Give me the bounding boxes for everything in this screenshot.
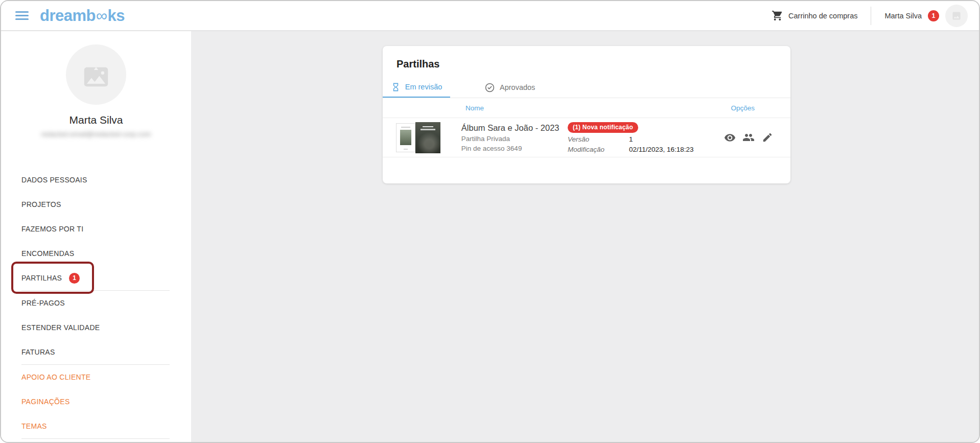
card-footer: [383, 157, 790, 183]
sidebar-item-dados-pessoais[interactable]: DADOS PESSOAIS: [1, 168, 191, 192]
sidebar-item-apoio-ao-cliente[interactable]: APOIO AO CLIENTE: [1, 365, 191, 389]
sidebar-item-fazemos-por-ti[interactable]: FAZEMOS POR TI: [1, 217, 191, 241]
logo-text-suffix: ks: [108, 7, 125, 25]
share-type: Partilha Privada: [461, 135, 568, 143]
sidebar-item-label: FATURAS: [21, 348, 55, 356]
image-placeholder-icon: [951, 11, 962, 21]
check-circle-icon: [484, 82, 495, 93]
dreambooks-logo[interactable]: dreamb∞ks: [40, 7, 125, 25]
pencil-icon: [762, 132, 773, 143]
share-users-button[interactable]: [742, 131, 755, 144]
sidebar-item-temas[interactable]: TEMAS: [1, 414, 191, 438]
cart-label: Carrinho de compras: [788, 12, 857, 20]
user-name[interactable]: Marta Silva: [884, 12, 922, 20]
profile-avatar[interactable]: [66, 44, 126, 105]
row-actions: [724, 131, 774, 144]
album-thumbnail-book: [396, 123, 415, 152]
table-header-row: Nome Opções: [383, 98, 790, 118]
version-label: Versão: [568, 135, 629, 143]
sidebar-item-estender-validade[interactable]: ESTENDER VALIDADE: [1, 315, 191, 340]
logo-infinity-glyph: ∞: [96, 7, 108, 25]
sidebar-item-paginacoes[interactable]: PAGINAÇÕES: [1, 389, 191, 414]
sidebar-item-label: TEMAS: [21, 422, 47, 430]
version-info: (1) Nova notificação Versão 1 Modificaçã…: [568, 122, 724, 153]
main-content: Partilhas Em revisão Aprovados Nome Opçõ…: [191, 31, 979, 442]
edit-button[interactable]: [761, 131, 774, 144]
sidebar-item-label: ENCOMENDAS: [21, 249, 74, 258]
sidebar-item-label: ESTENDER VALIDADE: [21, 323, 100, 332]
sidebar-item-faturas[interactable]: FATURAS: [1, 340, 191, 364]
album-thumbnails: [396, 122, 448, 153]
sidebar-item-label: PRÉ-PAGOS: [21, 299, 65, 307]
eye-icon: [724, 132, 736, 144]
menu-divider: [21, 438, 170, 439]
user-avatar[interactable]: [945, 5, 968, 27]
modified-label: Modificação: [568, 146, 629, 153]
sidebar-item-label: PARTILHAS: [21, 274, 62, 282]
tab-em-revisao[interactable]: Em revisão: [383, 77, 450, 98]
album-title: Álbum Sara e João - 2023: [461, 123, 568, 133]
app-window: dreamb∞ks Carrinho de compras Marta Silv…: [0, 0, 980, 443]
group-icon: [742, 131, 755, 144]
tab-label: Aprovados: [500, 83, 535, 91]
album-thumbnail-cover: [415, 122, 440, 153]
table-row[interactable]: Álbum Sara e João - 2023 Partilha Privad…: [383, 118, 790, 157]
hourglass-icon: [391, 82, 401, 92]
user-notification-badge: 1: [928, 10, 939, 21]
sidebar-item-encomendas[interactable]: ENCOMENDAS: [1, 241, 191, 266]
sidebar-item-label: APOIO AO CLIENTE: [21, 373, 91, 381]
tab-aprovados[interactable]: Aprovados: [480, 77, 539, 98]
cart-icon: [771, 10, 783, 22]
partilhas-notification-badge: 1: [69, 273, 80, 284]
sidebar-menu: DADOS PESSOAIS PROJETOS FAZEMOS POR TI E…: [1, 168, 191, 439]
profile-name: Marta Silva: [1, 114, 191, 126]
tabs-bar: Em revisão Aprovados: [383, 77, 790, 98]
logo-text-prefix: dreamb: [40, 7, 96, 25]
album-info: Álbum Sara e João - 2023 Partilha Privad…: [461, 123, 568, 152]
access-pin: Pin de acesso 3649: [461, 145, 568, 152]
sidebar-item-label: DADOS PESSOAIS: [21, 176, 87, 184]
new-notification-badge: (1) Nova notificação: [568, 122, 638, 133]
card-title: Partilhas: [383, 46, 790, 70]
sidebar-item-label: FAZEMOS POR TI: [21, 225, 83, 233]
top-bar: dreamb∞ks Carrinho de compras Marta Silv…: [1, 1, 979, 31]
sidebar-item-projetos[interactable]: PROJETOS: [1, 192, 191, 217]
topbar-divider: [871, 7, 871, 25]
sidebar-item-label: PAGINAÇÕES: [21, 398, 70, 406]
view-button[interactable]: [724, 131, 736, 144]
sidebar-item-label: PROJETOS: [21, 200, 61, 208]
modified-value: 02/11/2023, 16:18:23: [629, 146, 724, 153]
email-redacted: redacted.email@redacted-corp.com: [1, 130, 191, 138]
sidebar-item-pre-pagos[interactable]: PRÉ-PAGOS: [1, 291, 191, 315]
sidebar: Marta Silva redacted.email@redacted-corp…: [1, 31, 191, 442]
topbar-right-group: Carrinho de compras Marta Silva 1: [771, 5, 968, 27]
hamburger-menu-icon[interactable]: [15, 9, 29, 22]
partilhas-card: Partilhas Em revisão Aprovados Nome Opçõ…: [383, 46, 790, 183]
profile-section: Marta Silva redacted.email@redacted-corp…: [1, 44, 191, 138]
column-header-opcoes: Opções: [731, 104, 755, 112]
version-value: 1: [629, 135, 724, 143]
tab-label: Em revisão: [405, 83, 442, 91]
cart-button[interactable]: Carrinho de compras: [771, 10, 857, 22]
column-header-nome: Nome: [465, 104, 484, 112]
image-placeholder-icon: [80, 59, 112, 90]
sidebar-item-partilhas[interactable]: PARTILHAS 1: [1, 266, 191, 290]
